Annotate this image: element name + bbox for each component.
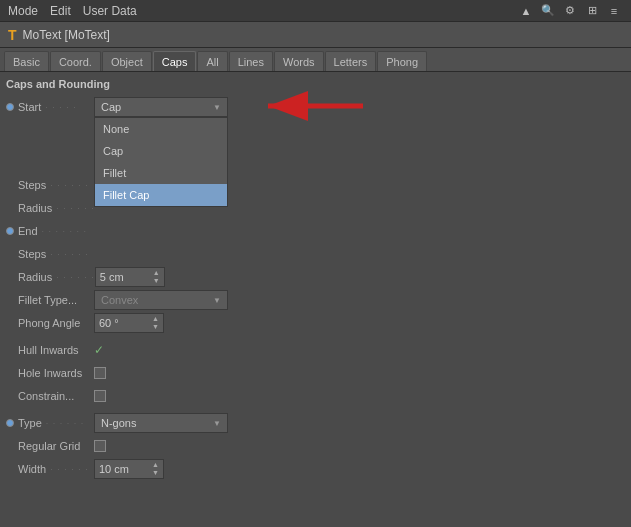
width-row: Width · · · · · · 10 cm ▲ ▼ (6, 458, 625, 480)
arrow-annotation (258, 86, 368, 129)
content-area: Caps and Rounding Start · · · · · Cap ▼ … (0, 72, 631, 487)
phong-angle-label: Phong Angle (6, 317, 94, 329)
regular-grid-row: Regular Grid (6, 435, 625, 457)
dropdown-arrow-icon: ▼ (213, 103, 221, 112)
title-icon: T (8, 27, 17, 43)
width-spin-down[interactable]: ▼ (152, 469, 159, 477)
tab-basic[interactable]: Basic (4, 51, 49, 71)
tab-words[interactable]: Words (274, 51, 324, 71)
start-dropdown-container: Cap ▼ None Cap Fillet Fillet Cap (94, 97, 228, 117)
menu-item-fillet[interactable]: Fillet (95, 162, 227, 184)
fillet-type-label: Fillet Type... (6, 294, 94, 306)
fillet-dropdown-arrow-icon: ▼ (213, 296, 221, 305)
regular-grid-checkbox[interactable] (94, 440, 106, 452)
phong-angle-row: Phong Angle 60 ° ▲ ▼ (6, 312, 625, 334)
spin-up[interactable]: ▲ (153, 269, 160, 277)
start-label: Start · · · · · (6, 101, 94, 113)
title-text: MoText [MoText] (23, 28, 110, 42)
tab-bar: Basic Coord. Object Caps All Lines Words… (0, 48, 631, 72)
radius-label: Radius · · · · · · (6, 202, 95, 214)
fillet-type-row: Fillet Type... Convex ▼ (6, 289, 625, 311)
hole-inwards-row: Hole Inwards (6, 362, 625, 384)
phong-angle-input[interactable]: 60 ° ▲ ▼ (94, 313, 164, 333)
constrain-row: Constrain... (6, 385, 625, 407)
type-radio[interactable] (6, 419, 14, 427)
expand-icon[interactable]: ⊞ (583, 2, 601, 20)
menu-edit[interactable]: Edit (50, 4, 71, 18)
steps2-row: Steps · · · · · · (6, 243, 625, 265)
tab-phong[interactable]: Phong (377, 51, 427, 71)
hole-inwards-label: Hole Inwards (6, 367, 94, 379)
hull-inwards-label: Hull Inwards (6, 344, 94, 356)
more-icon[interactable]: ≡ (605, 2, 623, 20)
hull-inwards-checkmark: ✓ (94, 343, 104, 357)
width-spin-up[interactable]: ▲ (152, 461, 159, 469)
gear-icon[interactable]: ⚙ (561, 2, 579, 20)
spin-down[interactable]: ▼ (153, 277, 160, 285)
hull-inwards-row: Hull Inwards ✓ (6, 339, 625, 361)
start-radio[interactable] (6, 103, 14, 111)
tab-letters[interactable]: Letters (325, 51, 377, 71)
end-radio[interactable] (6, 227, 14, 235)
end-label: End · · · · · · · (6, 225, 94, 237)
tab-object[interactable]: Object (102, 51, 152, 71)
menu-user-data[interactable]: User Data (83, 4, 137, 18)
menu-mode[interactable]: Mode (8, 4, 38, 18)
type-dropdown[interactable]: N-gons ▼ (94, 413, 228, 433)
tab-caps[interactable]: Caps (153, 51, 197, 71)
constrain-label: Constrain... (6, 390, 94, 402)
width-input[interactable]: 10 cm ▲ ▼ (94, 459, 164, 479)
end-row: End · · · · · · · (6, 220, 625, 242)
red-arrow-svg (258, 86, 368, 126)
phong-spin-down[interactable]: ▼ (152, 323, 159, 331)
start-row: Start · · · · · Cap ▼ None Cap Fillet Fi… (6, 96, 625, 118)
menu-icons: ▲ 🔍 ⚙ ⊞ ≡ (517, 2, 623, 20)
menu-item-none[interactable]: None (95, 118, 227, 140)
phong-spin[interactable]: ▲ ▼ (152, 315, 159, 331)
start-dropdown[interactable]: Cap ▼ (94, 97, 228, 117)
menu-item-cap[interactable]: Cap (95, 140, 227, 162)
search-icon[interactable]: 🔍 (539, 2, 557, 20)
tab-all[interactable]: All (197, 51, 227, 71)
radius2-label: Radius · · · · · · (6, 271, 95, 283)
phong-spin-up[interactable]: ▲ (152, 315, 159, 323)
width-spin[interactable]: ▲ ▼ (152, 461, 159, 477)
hole-inwards-checkbox[interactable] (94, 367, 106, 379)
regular-grid-label: Regular Grid (6, 440, 94, 452)
width-label: Width · · · · · · (6, 463, 94, 475)
title-bar: T MoText [MoText] (0, 22, 631, 48)
start-dropdown-menu: None Cap Fillet Fillet Cap (94, 117, 228, 207)
radius2-input[interactable]: 5 cm ▲ ▼ (95, 267, 165, 287)
constrain-checkbox[interactable] (94, 390, 106, 402)
fillet-type-dropdown[interactable]: Convex ▼ (94, 290, 228, 310)
type-row: Type · · · · · · N-gons ▼ (6, 412, 625, 434)
steps-label: Steps · · · · · · (6, 179, 94, 191)
menu-item-fillet-cap[interactable]: Fillet Cap (95, 184, 227, 206)
steps2-label: Steps · · · · · · (6, 248, 94, 260)
type-dropdown-arrow-icon: ▼ (213, 419, 221, 428)
tab-coord[interactable]: Coord. (50, 51, 101, 71)
type-label: Type · · · · · · (6, 417, 94, 429)
menu-bar: Mode Edit User Data ▲ 🔍 ⚙ ⊞ ≡ (0, 0, 631, 22)
tab-lines[interactable]: Lines (229, 51, 273, 71)
radius2-row: Radius · · · · · · 5 cm ▲ ▼ (6, 266, 625, 288)
cursor-icon[interactable]: ▲ (517, 2, 535, 20)
radius2-spin[interactable]: ▲ ▼ (153, 269, 160, 285)
